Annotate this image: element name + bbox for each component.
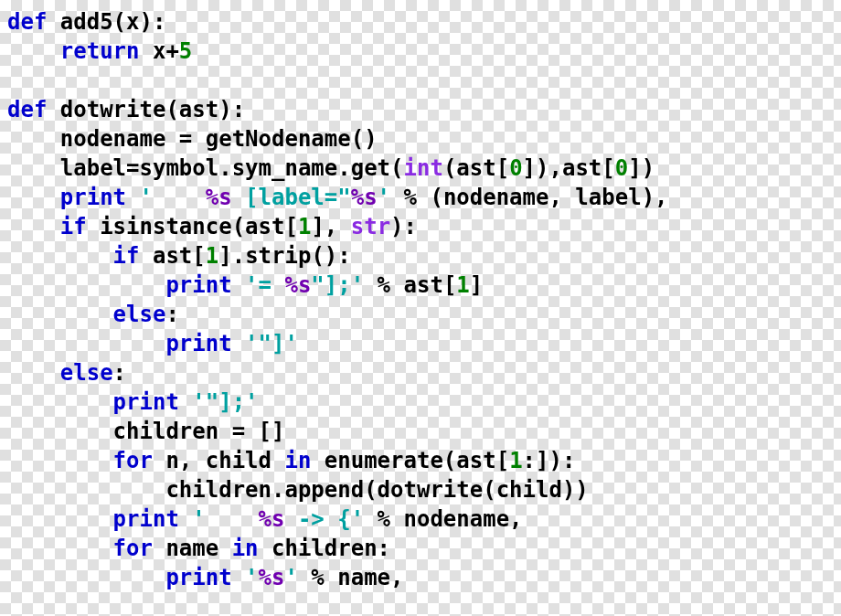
token-fn: x xyxy=(153,38,165,64)
token-par: ) xyxy=(548,448,561,473)
token-op: , xyxy=(325,214,337,239)
token-par: ( xyxy=(232,214,245,239)
token-fmt: %s xyxy=(259,506,285,532)
token-par: ) xyxy=(218,97,231,122)
token-op: : xyxy=(378,536,390,561)
token-op: : xyxy=(523,448,536,473)
token-par: [ xyxy=(496,448,509,473)
code-line: children.append(dotwrite(child)) xyxy=(7,477,589,503)
indent xyxy=(7,272,165,298)
token-fn: isinstance xyxy=(100,214,232,239)
token-par: ) xyxy=(642,185,655,210)
token-par: ( xyxy=(165,97,178,122)
token-fmt: %s xyxy=(351,185,378,210)
token-par: ( xyxy=(443,448,456,473)
token-fmt: %s xyxy=(259,565,285,590)
token-op: = xyxy=(179,126,192,152)
token-fn: child xyxy=(496,477,562,503)
token-fn: dotwrite xyxy=(378,477,484,503)
indent xyxy=(7,185,60,210)
token-fn: x xyxy=(126,9,139,35)
token-num: 0 xyxy=(615,155,628,181)
token-op: . xyxy=(218,155,231,181)
token-fn: children xyxy=(271,536,378,561)
token-fn: ast xyxy=(245,214,284,239)
token-str: ' xyxy=(140,185,206,210)
token-kw: print xyxy=(60,185,140,210)
token-op: : xyxy=(337,243,350,269)
token-kw: in xyxy=(284,448,324,473)
token-op: , xyxy=(179,448,192,473)
token-fmt: %s xyxy=(206,185,232,210)
code-line: return x+5 xyxy=(7,38,192,64)
token-op: . xyxy=(337,155,350,181)
token-str: '"];' xyxy=(192,389,258,415)
token-par: ] xyxy=(536,448,548,473)
token-kw: if xyxy=(113,243,153,269)
token-op xyxy=(337,214,350,239)
token-par: ) xyxy=(140,9,153,35)
token-op: , xyxy=(390,565,403,590)
code-line: print '= %s"];' % ast[1] xyxy=(7,272,483,298)
code-line: print ' %s -> {' % nodename, xyxy=(7,506,523,532)
token-kw: print xyxy=(165,565,245,590)
token-fn: name xyxy=(337,565,390,590)
token-par: [ xyxy=(601,155,614,181)
token-op: : xyxy=(113,360,126,386)
token-par: ] xyxy=(311,214,324,239)
token-fn: ast xyxy=(179,97,218,122)
indent xyxy=(7,302,113,327)
indent xyxy=(7,331,165,356)
token-op: : xyxy=(232,97,245,122)
token-kw: for xyxy=(113,536,166,561)
token-fn: children xyxy=(165,477,271,503)
indent xyxy=(7,448,113,473)
token-kw: if xyxy=(60,214,100,239)
token-kw: def xyxy=(7,9,60,35)
token-bi: int xyxy=(404,155,443,181)
token-par: [ xyxy=(496,155,509,181)
token-fn: label xyxy=(562,185,642,210)
token-par: [ xyxy=(284,214,297,239)
token-op: = xyxy=(126,155,139,181)
code-line: print '"];' xyxy=(7,389,259,415)
indent xyxy=(7,419,113,444)
token-fn: ast xyxy=(153,243,192,269)
token-fn: add5 xyxy=(60,9,113,35)
token-str: [label=" xyxy=(232,185,351,210)
code-line: def dotwrite(ast): xyxy=(7,97,245,122)
token-fn: sym_name xyxy=(232,155,338,181)
token-par: ) xyxy=(575,477,588,503)
token-fn: enumerate xyxy=(325,448,443,473)
token-par: ] xyxy=(628,155,641,181)
token-str: ' xyxy=(245,565,258,590)
token-op: + xyxy=(165,38,178,64)
token-fn: ast xyxy=(562,155,601,181)
token-par: ( xyxy=(483,477,495,503)
token-par: [ xyxy=(443,272,456,298)
token-num: 1 xyxy=(298,214,311,239)
token-num: 5 xyxy=(179,38,192,64)
code-line: else: xyxy=(7,360,126,386)
token-op: % xyxy=(364,272,403,298)
code-line: label=symbol.sym_name.get(int(ast[0]),as… xyxy=(7,155,655,181)
token-par: [ xyxy=(192,243,205,269)
token-par: ( xyxy=(364,477,377,503)
token-fn: nodename xyxy=(404,506,510,532)
token-kw: else xyxy=(60,360,113,386)
token-num: 1 xyxy=(456,272,469,298)
token-fn: children xyxy=(113,419,232,444)
indent xyxy=(7,389,113,415)
token-kw: print xyxy=(165,331,245,356)
token-str: "];' xyxy=(311,272,364,298)
code-line: print ' %s [label="%s' % (nodename, labe… xyxy=(7,185,668,210)
token-fn: label xyxy=(60,155,126,181)
indent xyxy=(7,477,165,503)
token-fn: name xyxy=(165,536,231,561)
token-fn: getNodename xyxy=(192,126,350,152)
token-str: '"]' xyxy=(245,331,298,356)
token-par: ( xyxy=(113,9,126,35)
indent xyxy=(7,506,113,532)
token-fn: child xyxy=(192,448,284,473)
token-par: () xyxy=(311,243,337,269)
